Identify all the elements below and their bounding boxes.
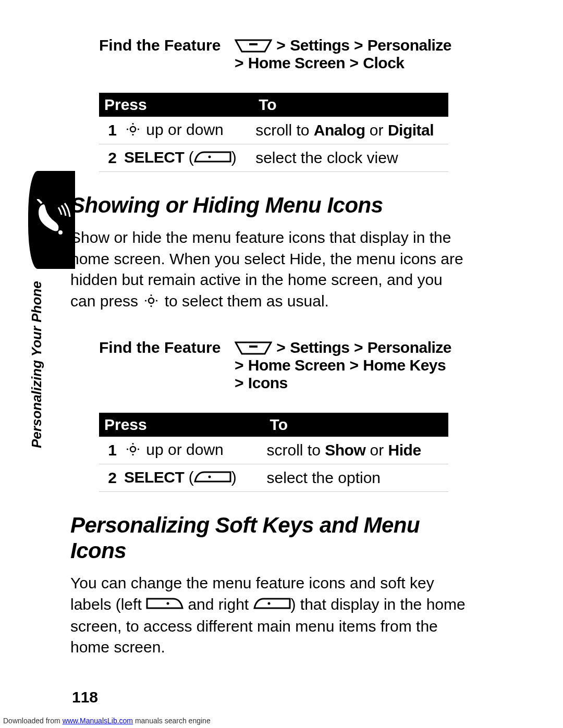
- table-row: 2 SELECT ( ) select the clock view: [99, 144, 448, 172]
- section-title-menu-icons: Showing or Hiding Menu Icons: [70, 193, 467, 218]
- press-text: up or down: [142, 441, 224, 458]
- paren: (: [184, 468, 193, 486]
- to-show: Show: [325, 441, 365, 459]
- right-softkey-icon: [253, 595, 291, 616]
- body-text: to select them as usual.: [160, 292, 329, 310]
- svg-point-18: [138, 449, 139, 450]
- svg-point-3: [132, 123, 133, 125]
- right-softkey-icon: [194, 470, 231, 487]
- manual-page: Personalizing Your Phone Find the Featur…: [0, 0, 563, 728]
- nav-key-icon: [126, 122, 140, 140]
- menu-key-icon: [235, 39, 272, 54]
- svg-point-17: [127, 449, 128, 450]
- path-separator: >: [345, 356, 363, 374]
- find-feature-label: Find the Feature: [70, 36, 235, 72]
- nav-key-icon: [144, 292, 158, 313]
- path-separator: >: [235, 356, 248, 374]
- svg-point-12: [156, 300, 157, 301]
- svg-point-16: [132, 454, 133, 455]
- path-separator: >: [235, 54, 248, 71]
- svg-point-11: [145, 300, 146, 301]
- find-feature-path: > Settings > Personalize > Home Screen >…: [235, 36, 467, 72]
- section-body: You can change the menu feature icons an…: [70, 573, 467, 658]
- to-text: scroll to: [255, 121, 314, 139]
- side-tab: [28, 171, 75, 269]
- svg-point-10: [151, 305, 152, 307]
- path-separator: >: [276, 339, 290, 356]
- press-cell: SELECT ( ): [122, 464, 265, 492]
- body-text: and right: [183, 596, 253, 613]
- find-feature-label: Find the Feature: [70, 339, 235, 392]
- path-separator: >: [345, 54, 363, 71]
- table-header-row: Press To: [99, 93, 448, 117]
- bell-icon: [34, 199, 71, 241]
- path-settings: Settings: [290, 339, 349, 356]
- table-header-row: Press To: [99, 413, 448, 437]
- page-number: 118: [72, 688, 98, 706]
- svg-point-9: [151, 294, 152, 296]
- svg-point-0: [58, 230, 63, 235]
- to-digital: Digital: [388, 121, 434, 139]
- path-home-screen: Home Screen: [248, 54, 345, 71]
- left-softkey-icon: [146, 595, 183, 616]
- to-cell: select the option: [265, 464, 448, 492]
- path-separator: >: [350, 36, 368, 54]
- section-title-soft-keys: Personalizing Soft Keys and Menu Icons: [70, 513, 467, 563]
- svg-point-7: [208, 156, 211, 158]
- step-number: 1: [99, 437, 122, 464]
- paren: (: [184, 149, 193, 166]
- press-cell: up or down: [122, 437, 265, 464]
- select-label: SELECT: [124, 468, 184, 486]
- find-feature-2: Find the Feature > Settings > Personaliz…: [70, 339, 467, 392]
- table-row: 1 up or down scroll to Show or Hide: [99, 437, 448, 464]
- steps-table-2: Press To 1 up or down scroll to Show or …: [99, 413, 448, 492]
- to-hide: Hide: [388, 441, 421, 459]
- right-softkey-icon: [194, 150, 231, 167]
- svg-point-14: [130, 447, 136, 452]
- find-feature-path: > Settings > Personalize > Home Screen >…: [235, 339, 467, 392]
- path-clock: Clock: [363, 54, 404, 71]
- to-cell: scroll to Analog or Digital: [253, 117, 448, 144]
- find-feature-1: Find the Feature > Settings > Personaliz…: [70, 36, 467, 72]
- nav-key-icon: [126, 442, 140, 460]
- path-separator: >: [235, 374, 248, 391]
- to-cell: select the clock view: [253, 144, 448, 172]
- path-personalize: Personalize: [368, 36, 451, 54]
- paren: ): [231, 468, 237, 486]
- section-body: Show or hide the menu feature icons that…: [70, 227, 467, 313]
- svg-point-8: [149, 298, 154, 303]
- to-text: or: [365, 121, 388, 139]
- path-home-screen: Home Screen: [248, 356, 345, 374]
- to-analog: Analog: [314, 121, 365, 139]
- path-separator: >: [276, 36, 290, 54]
- svg-point-6: [138, 128, 139, 130]
- footer: Downloaded from www.ManualsLib.com manua…: [3, 717, 211, 725]
- path-home-keys: Home Keys: [363, 356, 446, 374]
- paren: ): [231, 149, 237, 166]
- path-separator: >: [350, 339, 368, 356]
- svg-point-19: [208, 476, 211, 478]
- to-cell: scroll to Show or Hide: [265, 437, 448, 464]
- to-text: scroll to: [267, 441, 325, 459]
- svg-point-21: [267, 602, 270, 605]
- svg-point-5: [127, 128, 128, 130]
- header-press: Press: [99, 93, 253, 117]
- menu-key-icon: [235, 341, 272, 356]
- table-row: 1 up or down scroll to Analog or Digital: [99, 117, 448, 144]
- press-cell: up or down: [122, 117, 253, 144]
- svg-point-2: [130, 127, 136, 132]
- footer-text: manuals search engine: [133, 717, 211, 725]
- footer-text: Downloaded from: [3, 717, 63, 725]
- side-label: Personalizing Your Phone: [29, 281, 45, 448]
- header-to: To: [265, 413, 448, 437]
- select-label: SELECT: [124, 149, 184, 166]
- path-settings: Settings: [290, 36, 349, 54]
- step-number: 2: [99, 464, 122, 492]
- step-number: 2: [99, 144, 122, 172]
- svg-point-15: [132, 443, 133, 445]
- steps-table-1: Press To 1 up or down scroll to Analog o…: [99, 93, 448, 172]
- footer-link[interactable]: www.ManualsLib.com: [63, 717, 133, 725]
- header-to: To: [253, 93, 448, 117]
- path-personalize: Personalize: [368, 339, 451, 356]
- header-press: Press: [99, 413, 265, 437]
